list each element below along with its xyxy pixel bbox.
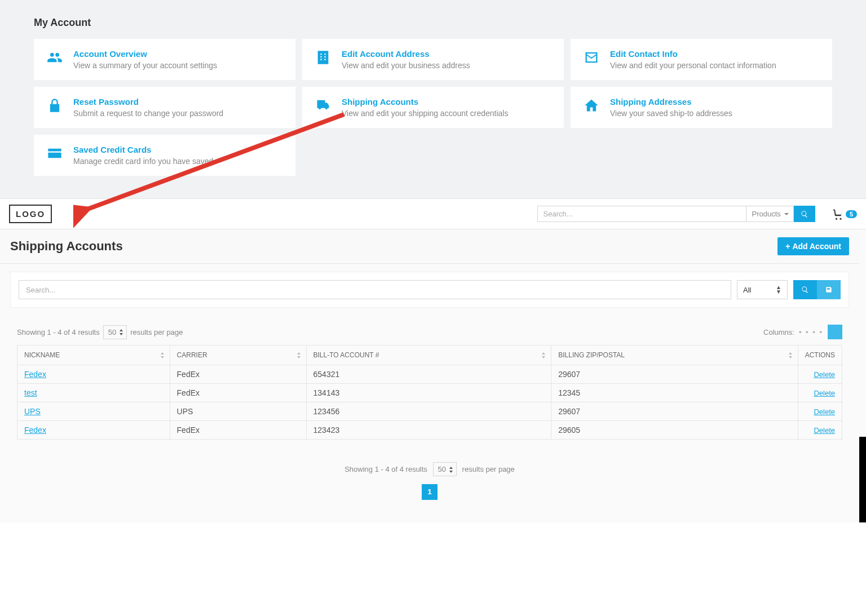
card-title: Account Overview: [73, 49, 283, 59]
col-actions: ACTIONS: [798, 345, 842, 365]
nickname-link[interactable]: test: [24, 388, 37, 397]
card-saved-cards[interactable]: Saved Credit Cards Manage credit card in…: [34, 135, 295, 176]
card-desc: View and edit your personal contact info…: [610, 61, 820, 70]
card-account-overview[interactable]: Account Overview View a summary of your …: [34, 39, 295, 80]
add-account-label: Add Account: [792, 242, 841, 251]
results-bar: Showing 1 - 4 of 4 results 50 results pe…: [0, 325, 859, 345]
col-nickname[interactable]: NICKNAME: [17, 345, 170, 365]
filter-save-button[interactable]: [817, 280, 841, 299]
header-bar: LOGO Products 5: [0, 199, 866, 229]
cart-count-badge: 5: [846, 210, 857, 218]
col-carrier[interactable]: CARRIER: [170, 345, 306, 365]
cart-icon: [832, 209, 843, 220]
columns-label: Columns:: [763, 328, 794, 336]
account-cards-grid: Account Overview View a summary of your …: [34, 39, 832, 176]
filter-search-button[interactable]: [793, 280, 817, 299]
carrier-cell: FedEx: [170, 384, 306, 402]
filter-bar: All ▲▼: [10, 272, 849, 308]
table-row: testFedEx13414312345Delete: [17, 384, 842, 402]
table-row: UPSUPS12345629607Delete: [17, 402, 842, 421]
save-icon: [825, 286, 833, 294]
zip-cell: 29605: [551, 421, 798, 440]
search-icon: [801, 210, 808, 218]
card-desc: View your saved ship-to addresses: [610, 109, 820, 118]
nickname-link[interactable]: Fedex: [24, 370, 46, 379]
home-icon: [583, 97, 600, 114]
table-row: FedexFedEx65432129607Delete: [17, 365, 842, 384]
scrollbar-region: [859, 437, 866, 522]
card-title: Shipping Accounts: [342, 97, 551, 107]
columns-config-button[interactable]: [828, 325, 842, 339]
nickname-link[interactable]: UPS: [24, 407, 41, 416]
card-title: Edit Account Address: [342, 49, 551, 59]
delete-link[interactable]: Delete: [814, 407, 835, 416]
logo[interactable]: LOGO: [9, 205, 52, 223]
plus-icon: +: [785, 242, 790, 251]
delete-link[interactable]: Delete: [814, 370, 835, 379]
card-desc: Manage credit card info you have saved: [73, 157, 283, 166]
header-search-input[interactable]: [537, 206, 746, 222]
page-header: Shipping Accounts + Add Account: [0, 229, 859, 264]
footer-results: Showing 1 - 4 of 4 results 50 results pe…: [0, 462, 859, 476]
lock-icon: [46, 97, 63, 114]
my-account-panel: My Account Account Overview View a summa…: [0, 0, 866, 199]
search-icon: [801, 286, 809, 294]
results-per-page-label: results per page: [130, 328, 183, 336]
col-zip[interactable]: BILLING ZIP/POSTAL: [551, 345, 798, 365]
header-search-button[interactable]: [794, 206, 815, 222]
page-title: Shipping Accounts: [10, 239, 123, 254]
card-desc: Submit a request to change your password: [73, 109, 283, 118]
footer-per-page-label: results per page: [462, 465, 515, 473]
building-icon: [315, 49, 332, 66]
billto-cell: 654321: [306, 365, 551, 384]
pager: 1: [0, 484, 859, 500]
table-row: FedexFedEx12342329605Delete: [17, 421, 842, 440]
delete-link[interactable]: Delete: [814, 389, 835, 397]
envelope-icon: [583, 49, 600, 66]
col-billto[interactable]: BILL-TO ACCOUNT #: [306, 345, 551, 365]
filter-scope-select[interactable]: All ▲▼: [737, 280, 788, 299]
credit-card-icon: [46, 145, 63, 162]
carrier-cell: UPS: [170, 402, 306, 421]
card-desc: View a summary of your account settings: [73, 61, 283, 70]
zip-cell: 29607: [551, 365, 798, 384]
carrier-cell: FedEx: [170, 365, 306, 384]
card-desc: View and edit your shipping account cred…: [342, 109, 551, 118]
my-account-title: My Account: [34, 17, 832, 29]
pager-page-1[interactable]: 1: [422, 484, 438, 500]
cart-button[interactable]: 5: [832, 209, 857, 220]
card-title: Edit Contact Info: [610, 49, 820, 59]
columns-dots: • • • •: [799, 328, 823, 336]
add-account-button[interactable]: + Add Account: [777, 237, 849, 255]
delete-link[interactable]: Delete: [814, 426, 835, 435]
results-count: Showing 1 - 4 of 4 results: [17, 328, 100, 336]
card-title: Saved Credit Cards: [73, 145, 283, 154]
card-reset-password[interactable]: Reset Password Submit a request to chang…: [34, 87, 295, 128]
users-icon: [46, 49, 63, 66]
nickname-link[interactable]: Fedex: [24, 426, 46, 435]
card-edit-address[interactable]: Edit Account Address View and edit your …: [302, 39, 564, 80]
header-search: Products: [537, 206, 815, 222]
billto-cell: 123423: [306, 421, 551, 440]
card-title: Reset Password: [73, 97, 283, 107]
results-per-page-select[interactable]: 50: [103, 325, 127, 339]
billto-cell: 134143: [306, 384, 551, 402]
carrier-cell: FedEx: [170, 421, 306, 440]
footer-results-count: Showing 1 - 4 of 4 results: [344, 465, 427, 473]
shipping-accounts-table: NICKNAME CARRIER BILL-TO ACCOUNT # BILLI…: [17, 345, 842, 440]
filter-search-input[interactable]: [19, 280, 731, 299]
truck-icon: [315, 97, 332, 114]
zip-cell: 29607: [551, 402, 798, 421]
card-shipping-addresses[interactable]: Shipping Addresses View your saved ship-…: [571, 87, 832, 128]
table-header-row: NICKNAME CARRIER BILL-TO ACCOUNT # BILLI…: [17, 345, 842, 365]
card-desc: View and edit your business address: [342, 61, 551, 70]
card-title: Shipping Addresses: [610, 97, 820, 107]
card-shipping-accounts[interactable]: Shipping Accounts View and edit your shi…: [302, 87, 564, 128]
footer-per-page-select[interactable]: 50: [433, 462, 457, 476]
billto-cell: 123456: [306, 402, 551, 421]
card-contact-info[interactable]: Edit Contact Info View and edit your per…: [571, 39, 832, 80]
zip-cell: 12345: [551, 384, 798, 402]
header-search-scope[interactable]: Products: [746, 206, 794, 222]
